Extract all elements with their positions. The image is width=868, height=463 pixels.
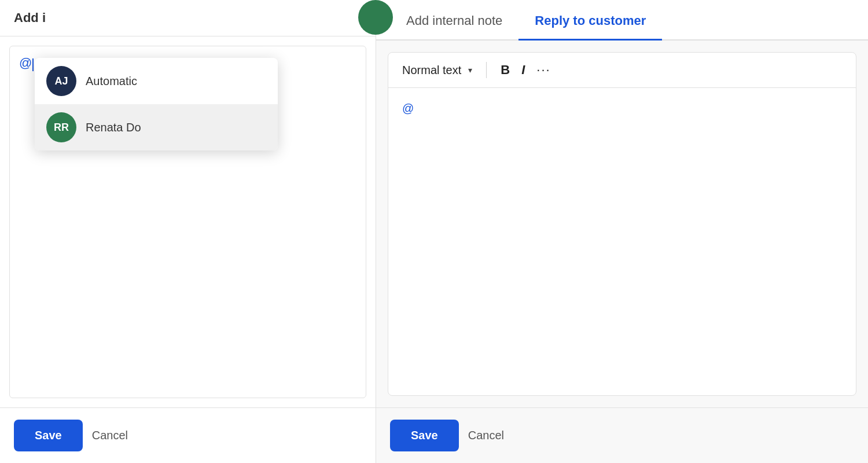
chevron-down-icon: ▾ — [468, 65, 472, 75]
tab-reply-to-customer[interactable]: Reply to customer — [518, 3, 662, 41]
avatar-initials-rr: RR — [54, 122, 69, 134]
right-cancel-button[interactable]: Cancel — [468, 429, 504, 442]
tab-reply-customer-label: Reply to customer — [535, 13, 646, 28]
text-cursor — [32, 58, 34, 71]
right-panel-footer: Save Cancel — [376, 407, 868, 463]
mention-item-aj[interactable]: AJ Automatic — [35, 58, 278, 104]
left-panel-footer: Save Cancel — [0, 407, 376, 463]
green-circle-decoration — [358, 0, 393, 35]
tab-add-internal-note[interactable]: Add internal note — [390, 3, 518, 41]
more-options-button[interactable]: ··· — [536, 63, 550, 78]
avatar-aj: AJ — [46, 66, 76, 96]
mention-dropdown: AJ Automatic RR Renata Do — [35, 58, 278, 150]
right-editor-body[interactable]: @ — [388, 88, 856, 395]
left-panel: Add i AJ Automatic RR Renata Do @ Save C… — [0, 0, 376, 463]
avatar-initials-aj: AJ — [54, 75, 68, 87]
editor-toolbar: Normal text ▾ B I ··· — [388, 53, 856, 88]
avatar-rr: RR — [46, 112, 76, 142]
tab-internal-note-label: Add internal note — [406, 13, 502, 28]
text-style-dropdown[interactable]: Normal text ▾ — [402, 64, 472, 77]
left-panel-title: Add i — [14, 10, 46, 25]
right-panel: Add internal note Reply to customer Norm… — [376, 0, 868, 463]
right-save-button[interactable]: Save — [390, 420, 459, 451]
mention-item-rr[interactable]: RR Renata Do — [35, 104, 278, 150]
mention-name-rr: Renata Do — [86, 121, 141, 134]
toolbar-divider — [486, 62, 487, 78]
left-cancel-button[interactable]: Cancel — [92, 429, 128, 442]
italic-button[interactable]: I — [521, 63, 525, 78]
text-style-label: Normal text — [402, 64, 461, 77]
right-editor: Normal text ▾ B I ··· @ — [388, 52, 856, 396]
right-at-symbol: @ — [402, 102, 414, 115]
left-at-symbol: @ — [19, 56, 32, 70]
left-save-button[interactable]: Save — [14, 420, 83, 451]
tabs-bar: Add internal note Reply to customer — [376, 0, 868, 41]
bold-button[interactable]: B — [501, 63, 510, 78]
left-panel-header: Add i — [0, 0, 376, 36]
mention-name-aj: Automatic — [86, 75, 137, 88]
